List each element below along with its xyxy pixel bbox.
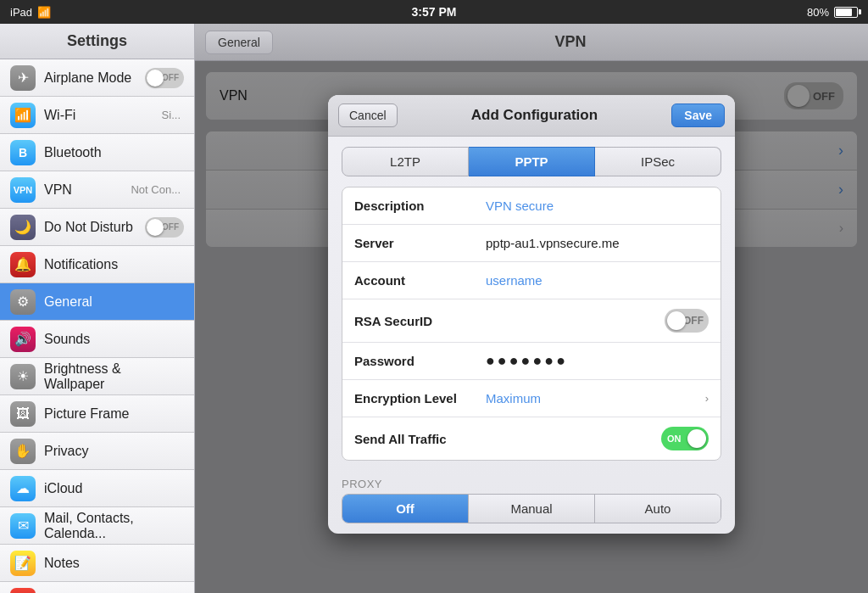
sidebar-item-label: Picture Frame — [44, 406, 184, 422]
sounds-icon: 🔊 — [10, 327, 36, 352]
sidebar-item-notifications[interactable]: 🔔 Notifications — [0, 246, 194, 283]
sidebar-item-label: Bluetooth — [44, 145, 184, 160]
description-value: VPN secure — [486, 199, 709, 213]
vpn-icon: VPN — [10, 177, 36, 203]
send-traffic-label: Send All Traffic — [354, 432, 486, 446]
nav-tab-general[interactable]: General — [205, 31, 273, 54]
server-value: pptp-au1.vpnsecure.me — [486, 236, 709, 250]
sidebar-item-brightness[interactable]: ☀ Brightness & Wallpaper — [0, 358, 194, 395]
rsa-label: RSA SecurID — [354, 314, 486, 328]
sidebar-item-general[interactable]: ⚙ General — [0, 283, 194, 321]
sidebar-item-airplane[interactable]: ✈ Airplane Mode OFF — [0, 59, 194, 97]
form-row-account[interactable]: Account username — [342, 262, 721, 299]
wifi-icon: 📶 — [10, 103, 36, 128]
nav-title: VPN — [283, 33, 858, 51]
dnd-icon: 🌙 — [10, 215, 36, 240]
sidebar: Settings ✈ Airplane Mode OFF 📶 Wi-Fi Si.… — [0, 24, 195, 593]
airplane-icon: ✈ — [10, 65, 36, 91]
sidebar-item-label: Sounds — [44, 332, 184, 347]
dnd-toggle[interactable]: OFF — [145, 217, 184, 238]
sidebar-item-notes[interactable]: 📝 Notes — [0, 545, 194, 582]
sidebar-item-label: Wi-Fi — [44, 108, 162, 123]
sidebar-item-dnd[interactable]: 🌙 Do Not Disturb OFF — [0, 209, 194, 246]
send-traffic-toggle[interactable]: ON — [661, 427, 709, 450]
bluetooth-icon: B — [10, 140, 36, 165]
sidebar-item-icloud[interactable]: ☁ iCloud — [0, 470, 194, 507]
sidebar-header: Settings — [0, 24, 194, 59]
sidebar-item-label: iCloud — [44, 481, 184, 496]
status-bar-time: 3:57 PM — [412, 5, 457, 19]
general-icon: ⚙ — [10, 289, 36, 315]
sidebar-item-bluetooth[interactable]: B Bluetooth — [0, 134, 194, 171]
carrier-label: iPad — [10, 6, 32, 19]
sidebar-item-picture[interactable]: 🖼 Picture Frame — [0, 395, 194, 433]
modal-header: Cancel Add Configuration Save — [328, 95, 735, 137]
sidebar-item-label: Brightness & Wallpaper — [44, 361, 184, 392]
status-bar: iPad 📶 3:57 PM 80% — [0, 0, 868, 24]
modal-form: Description VPN secure Server pptp-au1.v… — [342, 187, 721, 461]
proxy-tab-auto[interactable]: Auto — [595, 495, 721, 523]
form-row-send-all-traffic[interactable]: Send All Traffic ON — [342, 417, 721, 460]
protocol-tabs: L2TP PPTP IPSec — [328, 137, 735, 183]
tab-l2tp[interactable]: L2TP — [342, 147, 469, 176]
sidebar-item-mail[interactable]: ✉ Mail, Contacts, Calenda... — [0, 507, 194, 545]
proxy-header: Proxy — [328, 471, 735, 494]
notes-icon: 📝 — [10, 551, 36, 576]
sidebar-item-sounds[interactable]: 🔊 Sounds — [0, 321, 194, 358]
account-value: username — [486, 273, 709, 288]
modal-title: Add Configuration — [471, 107, 598, 124]
modal-save-button[interactable]: Save — [671, 103, 725, 127]
password-label: Password — [354, 354, 486, 368]
sidebar-item-label: VPN — [44, 182, 131, 198]
settings-area: VPN OFF › › › — [195, 61, 868, 593]
tab-pptp[interactable]: PPTP — [469, 147, 595, 176]
sidebar-item-wifi[interactable]: 📶 Wi-Fi Si... — [0, 97, 194, 134]
sidebar-item-label: Airplane Mode — [44, 70, 145, 86]
modal-overlay: Cancel Add Configuration Save L2TP PPTP … — [195, 61, 868, 593]
account-label: Account — [354, 273, 486, 288]
sidebar-title: Settings — [67, 32, 127, 49]
brightness-icon: ☀ — [10, 364, 36, 389]
form-row-server[interactable]: Server pptp-au1.vpnsecure.me — [342, 225, 721, 262]
add-configuration-modal: Cancel Add Configuration Save L2TP PPTP … — [328, 95, 735, 534]
icloud-icon: ☁ — [10, 476, 36, 501]
airplane-toggle[interactable]: OFF — [145, 68, 184, 88]
status-bar-left: iPad 📶 — [10, 6, 51, 19]
sidebar-item-reminders[interactable]: 📋 Reminders — [0, 582, 194, 593]
reminders-icon: 📋 — [10, 588, 36, 594]
encryption-chevron-icon: › — [705, 392, 709, 405]
nav-bar: General VPN — [195, 24, 868, 61]
password-value: ●●●●●●● — [486, 352, 568, 370]
description-label: Description — [354, 199, 486, 213]
sidebar-item-label: General — [44, 294, 184, 310]
proxy-tab-manual[interactable]: Manual — [469, 495, 595, 523]
main-content: General VPN VPN OFF › — [195, 24, 868, 593]
rsa-toggle[interactable]: OFF — [665, 309, 709, 333]
sidebar-item-label: Do Not Disturb — [44, 220, 145, 235]
notifications-icon: 🔔 — [10, 252, 36, 277]
picture-icon: 🖼 — [10, 401, 36, 427]
privacy-icon: ✋ — [10, 439, 36, 464]
battery-percent: 80% — [807, 6, 829, 19]
status-bar-right: 80% — [807, 6, 858, 19]
modal-cancel-button[interactable]: Cancel — [338, 103, 398, 127]
sidebar-item-vpn[interactable]: VPN VPN Not Con... — [0, 171, 194, 209]
sidebar-item-label: Mail, Contacts, Calenda... — [44, 511, 184, 541]
sidebar-item-privacy[interactable]: ✋ Privacy — [0, 433, 194, 470]
sidebar-item-label: Notifications — [44, 257, 184, 272]
sidebar-item-label: Notes — [44, 556, 184, 571]
form-row-password[interactable]: Password ●●●●●●● — [342, 343, 721, 380]
form-row-rsa[interactable]: RSA SecurID OFF — [342, 299, 721, 343]
encryption-value: Maximum — [486, 391, 702, 406]
encryption-label: Encryption Level — [354, 391, 486, 406]
tab-ipsec[interactable]: IPSec — [595, 147, 721, 176]
server-label: Server — [354, 236, 486, 250]
mail-icon: ✉ — [10, 513, 36, 539]
battery-icon — [834, 7, 858, 18]
proxy-tab-off[interactable]: Off — [342, 495, 469, 523]
form-row-description[interactable]: Description VPN secure — [342, 187, 721, 225]
proxy-tabs: Off Manual Auto — [342, 494, 721, 523]
sidebar-item-label: Privacy — [44, 444, 184, 459]
wifi-icon: 📶 — [37, 6, 51, 19]
form-row-encryption[interactable]: Encryption Level Maximum › — [342, 380, 721, 417]
